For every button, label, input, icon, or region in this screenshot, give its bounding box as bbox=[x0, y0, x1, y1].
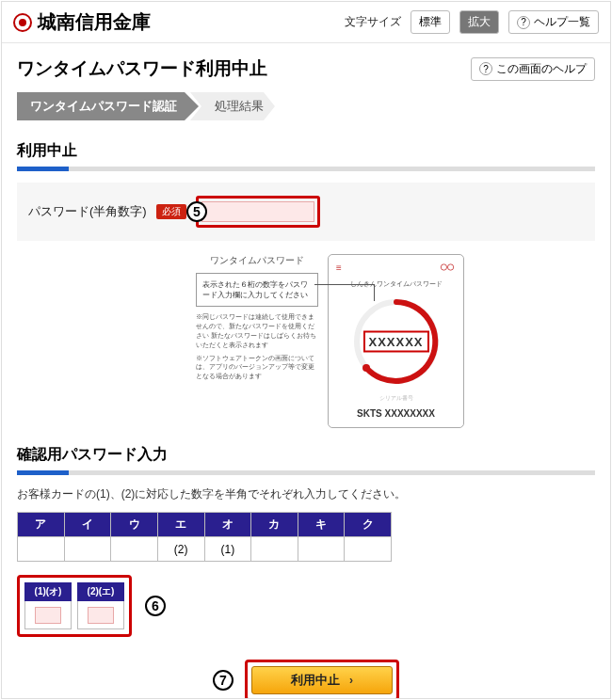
password-input-highlight bbox=[196, 196, 320, 228]
otp-small2: ※ソフトウェアトークンの画面については、アプリのバージョンアップ等で変更となる場… bbox=[196, 354, 318, 381]
section2-desc: お客様カードの(1)、(2)に対応した数字を半角でそれぞれ入力してください。 bbox=[17, 486, 595, 502]
submit-highlight: 利用中止 › bbox=[245, 660, 399, 698]
password-row: パスワード(半角数字) 必須 5 bbox=[17, 183, 595, 241]
help-all-label: ヘルプ一覧 bbox=[534, 14, 590, 30]
step-active: ワンタイムパスワード認証 bbox=[17, 92, 185, 120]
td bbox=[111, 537, 158, 562]
otp-code: XXXXXX bbox=[362, 331, 428, 353]
card-table: ア イ ウ エ オ カ キ ク (2) (1) bbox=[17, 512, 392, 562]
stop-use-button[interactable]: 利用中止 › bbox=[251, 666, 393, 694]
help-this-label: この画面のヘルプ bbox=[496, 61, 587, 77]
annotation-marker-6: 6 bbox=[145, 596, 166, 616]
otp-left: ワンタイムパスワード 表示された６桁の数字をパスワード入力欄に入力してください … bbox=[196, 254, 318, 428]
section1-bar bbox=[17, 167, 595, 171]
td bbox=[298, 537, 345, 562]
confirm-input-1[interactable] bbox=[35, 607, 61, 624]
font-size-standard-button[interactable]: 標準 bbox=[411, 10, 450, 34]
help-all-button[interactable]: ? ヘルプ一覧 bbox=[508, 10, 599, 34]
top-bar: 城南信用金庫 文字サイズ 標準 拡大 ? ヘルプ一覧 bbox=[2, 2, 610, 43]
serial-label: シリアル番号 bbox=[379, 394, 413, 403]
th: ク bbox=[345, 513, 392, 537]
otp-small1: ※同じパスワードは連続して使用できませんので、新たなパスワードを使用ください 新… bbox=[196, 312, 318, 349]
chevron-right-icon: › bbox=[349, 674, 353, 687]
step-indicator: ワンタイムパスワード認証 処理結果 bbox=[17, 92, 595, 120]
otp-explain-area: ワンタイムパスワード 表示された６桁の数字をパスワード入力欄に入力してください … bbox=[196, 254, 595, 428]
svg-point-1 bbox=[447, 264, 453, 270]
font-size-label: 文字サイズ bbox=[345, 14, 401, 30]
confirm-highlight: (1)(オ) (2)(エ) bbox=[17, 575, 132, 637]
section2-title: 確認用パスワード入力 bbox=[17, 445, 595, 465]
annotation-marker-5: 5 bbox=[186, 201, 207, 222]
th: ウ bbox=[111, 513, 158, 537]
td bbox=[64, 537, 111, 562]
svg-point-0 bbox=[441, 264, 446, 270]
th: エ bbox=[157, 513, 204, 537]
page-title: ワンタイムパスワード利用中止 bbox=[17, 56, 267, 81]
section2-bar bbox=[17, 470, 595, 475]
submit-label: 利用中止 bbox=[291, 672, 340, 689]
face-to-face-icon bbox=[439, 261, 456, 274]
th: イ bbox=[64, 513, 111, 537]
password-input[interactable] bbox=[201, 201, 314, 222]
font-size-large-button[interactable]: 拡大 bbox=[459, 10, 499, 34]
td: (1) bbox=[204, 537, 251, 562]
question-icon: ? bbox=[517, 16, 530, 29]
serial-value: SKTS XXXXXXXX bbox=[357, 408, 435, 419]
confirm-cell-2: (2)(エ) bbox=[77, 582, 124, 629]
section1-title: 利用中止 bbox=[17, 141, 595, 161]
annotation-marker-7: 7 bbox=[213, 670, 234, 691]
otp-heading: ワンタイムパスワード bbox=[196, 254, 318, 267]
th: カ bbox=[251, 513, 298, 537]
step-next: 処理結果 bbox=[190, 92, 275, 120]
table-head-row: ア イ ウ エ オ カ キ ク bbox=[18, 513, 392, 537]
required-badge: 必須 bbox=[156, 204, 186, 219]
confirm-head-1: (1)(オ) bbox=[24, 582, 72, 601]
help-this-button[interactable]: ? この画面のヘルプ bbox=[471, 57, 595, 81]
question-icon: ? bbox=[479, 62, 492, 75]
td bbox=[251, 537, 298, 562]
confirm-cell-1: (1)(オ) bbox=[24, 582, 72, 629]
confirm-input-2[interactable] bbox=[88, 607, 114, 624]
topbar-right: 文字サイズ 標準 拡大 ? ヘルプ一覧 bbox=[345, 10, 599, 34]
confirm-head-2: (2)(エ) bbox=[77, 582, 124, 601]
table-body-row: (2) (1) bbox=[18, 537, 392, 562]
otp-note: 表示された６桁の数字をパスワード入力欄に入力してください bbox=[196, 273, 318, 307]
th: オ bbox=[204, 513, 251, 537]
td: (2) bbox=[157, 537, 204, 562]
th: キ bbox=[298, 513, 345, 537]
svg-point-3 bbox=[362, 364, 370, 372]
brand-logo-icon bbox=[13, 13, 32, 32]
th: ア bbox=[18, 513, 65, 537]
td bbox=[345, 537, 392, 562]
brand: 城南信用金庫 bbox=[13, 9, 151, 35]
hamburger-icon: ≡ bbox=[336, 262, 342, 273]
brand-text: 城南信用金庫 bbox=[38, 9, 151, 35]
td bbox=[18, 537, 65, 562]
password-label: パスワード(半角数字) bbox=[28, 203, 147, 220]
otp-dial: XXXXXX bbox=[349, 294, 443, 389]
phone-mock: ≡ しんきんワンタイムパスワード XXXXXX シリアル番号 bbox=[328, 254, 464, 428]
